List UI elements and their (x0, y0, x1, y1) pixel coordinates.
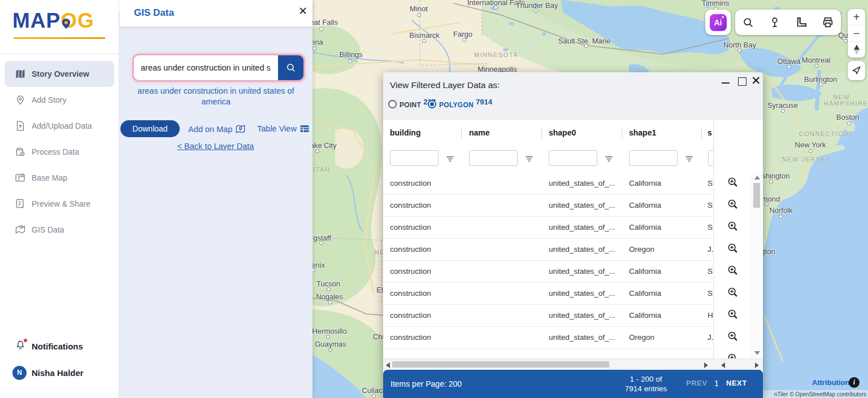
cell-shape1: California (629, 201, 700, 209)
table-row[interactable]: constructionunited_states_of_...Californ… (383, 216, 713, 239)
horizontal-scrollbar[interactable] (383, 358, 763, 370)
logo-underline (14, 37, 105, 39)
zoom-to-feature-button[interactable] (714, 304, 752, 326)
sidebar: MAPOG Story OverviewAdd StoryAdd/Upload … (0, 0, 119, 398)
compass-icon[interactable] (848, 42, 865, 58)
action-scroll-left-icon[interactable] (721, 362, 725, 368)
info-icon[interactable]: i (849, 377, 860, 388)
zoom-to-feature-button[interactable] (714, 238, 752, 260)
sidebar-item-base-map[interactable]: Base Map (0, 165, 119, 191)
scroll-up-icon[interactable] (754, 176, 760, 180)
back-to-layer-data-link[interactable]: < Back to Layer Data (119, 142, 313, 151)
scroll-right-icon[interactable] (704, 362, 708, 368)
sidebar-item-label: Story Overview (32, 69, 89, 78)
items-per-page[interactable]: Items per Page: 200 (390, 379, 462, 388)
cell-building: construction (390, 223, 461, 231)
map-city-dot (534, 8, 538, 12)
maximize-icon[interactable] (738, 77, 747, 86)
zoom-in-button[interactable]: + (848, 9, 865, 25)
column-separator (701, 127, 702, 138)
scroll-left-icon[interactable] (386, 362, 390, 368)
column-header-building[interactable]: building (390, 128, 420, 137)
download-button[interactable]: Download (120, 120, 180, 137)
table-row[interactable]: constructionunited_states_of_...Californ… (383, 304, 713, 327)
table-row[interactable]: constructionunited_states_of_...Californ… (383, 260, 713, 283)
add-on-map-button[interactable]: Add on Map (188, 124, 246, 134)
filter-input-shape0[interactable] (549, 150, 597, 166)
radio-icon (388, 100, 397, 108)
map-city-label: gton (761, 247, 775, 256)
gis-search-button[interactable] (278, 55, 303, 80)
gis-search-input[interactable] (134, 55, 278, 80)
pushpin-icon[interactable] (767, 15, 782, 30)
notifications-button[interactable]: Notifications (0, 336, 119, 356)
map-city-label: Bismarck (409, 31, 439, 40)
zoom-to-feature-button[interactable] (714, 326, 752, 348)
sidebar-item-process-data[interactable]: Process Data (0, 139, 119, 165)
prev-page-button[interactable]: PREV (686, 379, 707, 387)
locate-me-button[interactable] (848, 61, 865, 80)
preview-share-icon (15, 198, 26, 209)
filter-icon[interactable] (604, 154, 614, 166)
column-header-shape0[interactable]: shape0 (549, 128, 576, 137)
filter-input-name[interactable] (469, 150, 518, 166)
zoom-in-icon (727, 176, 739, 191)
map-state-label: CONNECTICUT (799, 130, 854, 137)
search-icon[interactable] (741, 15, 756, 30)
filter-icon[interactable] (524, 154, 534, 166)
panel-close-icon[interactable]: ✕ (298, 5, 307, 18)
sidebar-item-add-upload-data[interactable]: Add/Upload Data (0, 113, 119, 139)
map-city-dot (809, 149, 813, 153)
vertical-scrollbar[interactable] (752, 172, 762, 358)
zoom-to-feature-button[interactable] (714, 194, 752, 216)
zoom-to-feature-button[interactable] (714, 172, 752, 194)
attribution-link[interactable]: Attribution (812, 378, 849, 387)
print-icon[interactable] (821, 15, 835, 30)
column-header-s[interactable]: s (708, 128, 712, 137)
scroll-down-icon[interactable] (754, 351, 760, 355)
cell-shape2: S (708, 267, 713, 275)
sidebar-item-add-story[interactable]: Add Story (0, 87, 119, 113)
sidebar-item-label: Add Story (32, 95, 66, 104)
zoom-to-feature-button[interactable] (714, 348, 752, 358)
user-profile[interactable]: N Nisha Halder (0, 363, 119, 382)
vertical-scroll-thumb[interactable] (753, 183, 760, 208)
zoom-in-icon (727, 330, 739, 345)
table-row[interactable]: constructionunited_states_of_...OregonJ. (383, 326, 713, 349)
close-icon[interactable]: ✕ (751, 74, 761, 88)
sidebar-item-gis-data[interactable]: GIS Data (0, 217, 119, 243)
filter-icon[interactable] (684, 154, 694, 166)
sidebar-item-story-overview[interactable]: Story Overview (5, 61, 114, 87)
search-result-text[interactable]: areas under construction in united state… (127, 86, 305, 107)
cell-building: construction (390, 333, 461, 342)
table-row[interactable]: constructionunited_states_of_...OregonJ. (383, 238, 713, 261)
map-city-dot (313, 46, 316, 50)
mapog-logo[interactable]: MAPOG (12, 5, 107, 37)
zoom-to-feature-button[interactable] (714, 216, 752, 238)
table-row[interactable]: constructionunited_states_of_...Californ… (383, 282, 713, 305)
ai-assistant-button[interactable]: Ai✦ (705, 10, 731, 35)
current-page[interactable]: 1 (714, 379, 719, 388)
table-row[interactable]: constructionunited_states_of_...Californ… (383, 194, 713, 217)
column-header-shape1[interactable]: shape1 (629, 128, 656, 137)
map-city-dot (847, 121, 851, 125)
column-header-name[interactable]: name (469, 128, 490, 137)
table-row[interactable]: constructionunited_states_of_...Californ… (383, 172, 713, 195)
radio-polygon[interactable]: POLYGON7914 (428, 100, 492, 109)
zoom-in-icon (727, 242, 739, 257)
sidebar-item-preview-share[interactable]: Preview & Share (0, 191, 119, 217)
filter-input-shape1[interactable] (629, 150, 678, 166)
add-on-map-icon (235, 124, 246, 134)
zoom-to-feature-button[interactable] (714, 282, 752, 304)
zoom-to-feature-button[interactable] (714, 260, 752, 282)
filter-icon[interactable] (445, 154, 455, 166)
zoom-out-button[interactable]: − (848, 25, 865, 41)
minimize-icon[interactable] (721, 78, 730, 87)
measure-ruler-icon[interactable] (794, 15, 809, 30)
action-scroll-right-icon[interactable] (755, 362, 759, 368)
table-view-button[interactable]: Table View (257, 124, 310, 134)
sidebar-item-label: GIS Data (32, 225, 64, 234)
next-page-button[interactable]: NEXT (726, 379, 747, 387)
filter-input-building[interactable] (390, 150, 439, 166)
horizontal-scroll-thumb[interactable] (392, 361, 609, 368)
